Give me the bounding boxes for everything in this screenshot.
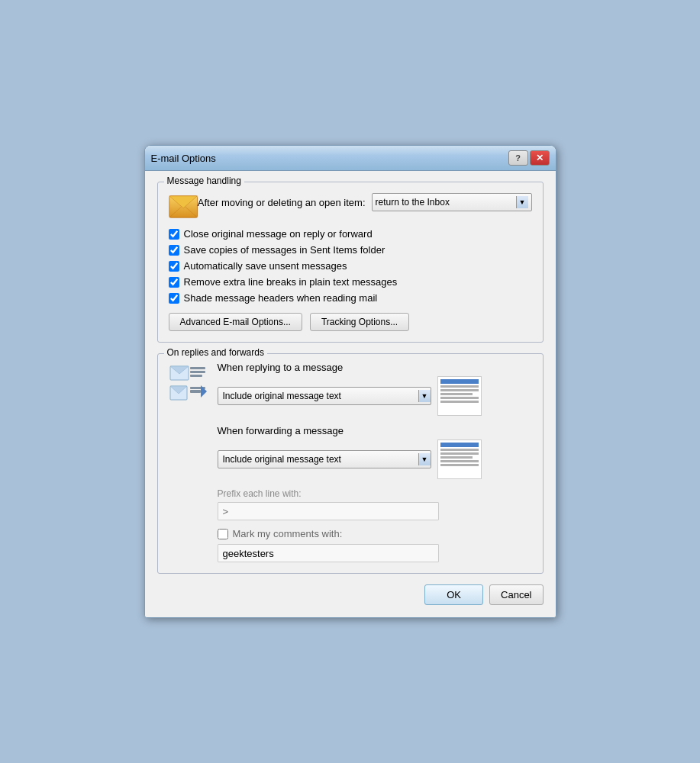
replies-forwards-content: When replying to a message Include origi…: [169, 362, 532, 562]
mark-comments-label[interactable]: Mark my comments with:: [233, 528, 343, 539]
close-original-label[interactable]: Close original message on reply or forwa…: [184, 228, 373, 240]
after-moving-dropdown-arrow[interactable]: ▼: [516, 196, 528, 208]
title-bar: E-mail Options ? ✕: [145, 146, 556, 171]
forwarding-value: Include original message text: [223, 454, 341, 465]
prefix-section: Prefix each line with:: [218, 488, 532, 520]
preview-blue-1: [440, 379, 479, 384]
replies-forwards-group: On replies and forwards: [157, 353, 544, 574]
close-button[interactable]: ✕: [530, 150, 550, 166]
fpreview-gray-3: [440, 456, 473, 459]
forwarding-dropdown[interactable]: Include original message text ▼: [218, 450, 431, 468]
replying-dropdown-arrow[interactable]: ▼: [418, 390, 431, 402]
svg-rect-7: [190, 371, 205, 373]
preview-gray-3: [440, 393, 473, 395]
checkbox-row-5: Shade message headers when reading mail: [169, 292, 532, 304]
autosave-label[interactable]: Automatically save unsent messages: [184, 260, 347, 272]
checkbox-row-1: Close original message on reply or forwa…: [169, 228, 532, 240]
autosave-checkbox[interactable]: [169, 261, 179, 272]
forward-preview-icon: [437, 439, 482, 479]
forwarding-label: When forwarding a message: [218, 425, 532, 436]
preview-gray-5: [440, 401, 479, 403]
reply-preview-icon: [437, 376, 482, 416]
save-copies-checkbox[interactable]: [169, 245, 179, 256]
remove-linebreaks-label[interactable]: Remove extra line breaks in plain text m…: [184, 276, 398, 288]
preview-gray-2: [440, 389, 479, 391]
svg-rect-8: [190, 375, 202, 377]
message-handling-group: Message handling: [157, 182, 544, 343]
replying-value: Include original message text: [223, 391, 341, 401]
after-moving-content: After moving or deleting an open item: r…: [198, 193, 532, 211]
message-handling-label: Message handling: [164, 175, 244, 186]
advanced-email-button[interactable]: Advanced E-mail Options...: [169, 313, 302, 331]
after-moving-dropdown-value: return to the Inbox: [376, 197, 515, 208]
replies-fields: When replying to a message Include origi…: [218, 362, 532, 562]
preview-gray-1: [440, 385, 479, 388]
mark-comments-input[interactable]: [218, 544, 439, 562]
fpreview-gray-2: [440, 452, 479, 455]
title-bar-buttons: ? ✕: [508, 150, 550, 166]
cancel-button[interactable]: Cancel: [489, 584, 543, 605]
reply-forward-icons: [169, 365, 208, 407]
mark-comments-checkbox[interactable]: [218, 529, 228, 539]
shade-headers-checkbox[interactable]: [169, 293, 179, 304]
reply-forward-icon: [169, 365, 208, 404]
svg-rect-13: [190, 390, 201, 393]
remove-linebreaks-checkbox[interactable]: [169, 277, 179, 288]
fpreview-blue-1: [440, 443, 479, 447]
checkbox-row-2: Save copies of messages in Sent Items fo…: [169, 244, 532, 256]
dialog-title: E-mail Options: [151, 153, 216, 164]
bottom-buttons: OK Cancel: [157, 584, 544, 605]
after-moving-dropdown[interactable]: return to the Inbox ▼: [372, 193, 532, 211]
checkbox-row-3: Automatically save unsent messages: [169, 260, 532, 272]
checkbox-row-4: Remove extra line breaks in plain text m…: [169, 276, 532, 288]
help-button[interactable]: ?: [508, 150, 528, 166]
tracking-options-button[interactable]: Tracking Options...: [310, 313, 409, 331]
fpreview-gray-1: [440, 449, 479, 451]
close-original-checkbox[interactable]: [169, 229, 179, 240]
preview-gray-4: [440, 397, 479, 399]
fpreview-gray-4: [440, 460, 479, 462]
message-handling-buttons: Advanced E-mail Options... Tracking Opti…: [169, 313, 532, 331]
replying-label: When replying to a message: [218, 362, 532, 373]
dialog-body: Message handling: [145, 171, 556, 617]
replying-dropdown[interactable]: Include original message text ▼: [218, 387, 431, 405]
email-options-dialog: E-mail Options ? ✕ Message handling: [144, 145, 556, 618]
mark-comments-row: Mark my comments with:: [218, 528, 532, 539]
shade-headers-label[interactable]: Shade message headers when reading mail: [184, 292, 378, 304]
after-moving-label-row: After moving or deleting an open item: r…: [198, 193, 532, 211]
save-copies-label[interactable]: Save copies of messages in Sent Items fo…: [184, 244, 385, 256]
replies-forwards-label: On replies and forwards: [164, 347, 267, 358]
after-moving-row: After moving or deleting an open item: r…: [169, 193, 532, 221]
replying-dropdown-row: Include original message text ▼: [218, 376, 532, 416]
forwarding-dropdown-row: Include original message text ▼: [218, 439, 532, 479]
after-moving-text: After moving or deleting an open item:: [198, 197, 366, 208]
prefix-label: Prefix each line with:: [218, 488, 532, 499]
svg-rect-6: [190, 367, 205, 369]
ok-button[interactable]: OK: [424, 584, 483, 605]
fpreview-gray-5: [440, 464, 479, 466]
forwarding-dropdown-arrow[interactable]: ▼: [418, 453, 431, 465]
envelope-icon: [169, 193, 198, 221]
prefix-input[interactable]: [218, 502, 439, 520]
